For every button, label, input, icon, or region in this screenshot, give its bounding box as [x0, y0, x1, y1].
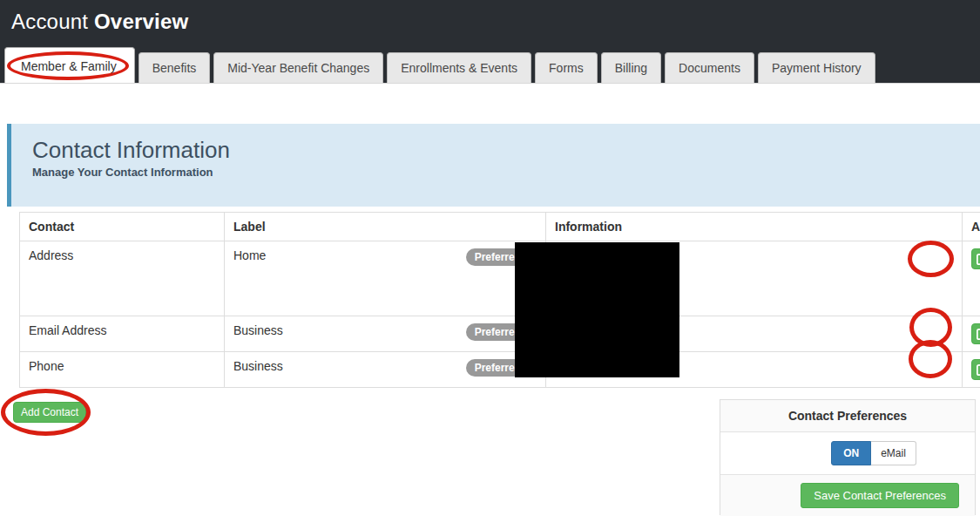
page-title: Account Overview — [11, 10, 188, 34]
page-title-bold: Overview — [94, 10, 188, 33]
table-row-address: Address Home Preferred — [20, 241, 980, 316]
cell-contact-type: Phone — [20, 352, 225, 388]
column-header-label: Label — [225, 213, 546, 241]
tab-member-family[interactable]: Member & Family — [4, 47, 135, 83]
cell-label: Home Preferred — [225, 241, 546, 316]
section-subtitle: Manage Your Contact Information — [32, 166, 980, 179]
save-contact-preferences-button[interactable]: Save Contact Preferences — [801, 483, 959, 508]
toggle-email-button[interactable]: eMail — [871, 441, 916, 465]
contact-preferences-save-row: Save Contact Preferences — [720, 475, 975, 516]
cell-actions — [963, 352, 980, 388]
cell-label: Business Preferred — [225, 352, 546, 388]
tab-billing[interactable]: Billing — [601, 52, 661, 83]
contacts-table: Contact Label Information Actions Addres… — [19, 212, 980, 388]
contact-preferences-panel: Contact Preferences ON eMail Save Contac… — [720, 399, 976, 515]
tab-label: Member & Family — [21, 59, 117, 73]
pencil-square-icon — [977, 363, 980, 376]
tab-mid-year-benefit-changes[interactable]: Mid-Year Benefit Changes — [213, 52, 383, 83]
tab-enrollments-events[interactable]: Enrollments & Events — [387, 52, 531, 83]
email-toggle-group: ON eMail — [831, 441, 916, 465]
tab-benefits[interactable]: Benefits — [139, 52, 211, 83]
column-header-information: Information — [546, 213, 963, 241]
edit-contact-button[interactable] — [971, 248, 980, 269]
label-text: Business — [233, 323, 283, 337]
cell-contact-type: Address — [20, 241, 225, 316]
add-contact-button[interactable]: Add Contact — [13, 402, 86, 423]
tab-label: Enrollments & Events — [401, 61, 517, 75]
edit-contact-button[interactable] — [971, 323, 980, 344]
contact-preferences-toggle-row: ON eMail — [720, 432, 975, 475]
account-overview-page: Account Overview Member & Family Benefit… — [0, 0, 980, 516]
tab-payment-history[interactable]: Payment History — [758, 52, 875, 83]
tab-label: Payment History — [772, 61, 862, 75]
cell-actions — [963, 241, 980, 316]
page-title-regular: Account — [11, 10, 88, 33]
tab-label: Benefits — [152, 61, 197, 75]
tab-label: Mid-Year Benefit Changes — [227, 61, 369, 75]
cell-contact-type: Email Address — [20, 316, 225, 352]
page-header: Account Overview Member & Family Benefit… — [0, 0, 980, 84]
cell-label: Business Preferred — [225, 316, 546, 352]
tab-documents[interactable]: Documents — [665, 52, 754, 83]
tab-label: Forms — [549, 61, 584, 75]
table-header-row: Contact Label Information Actions — [20, 213, 980, 241]
redacted-information-block — [515, 242, 679, 377]
table-row-email: Email Address Business Preferred — [20, 316, 980, 352]
tab-label: Documents — [679, 61, 740, 75]
contact-preferences-title: Contact Preferences — [720, 400, 975, 432]
table-row-phone: Phone Business Preferred — [20, 352, 980, 388]
label-text: Home — [233, 248, 266, 262]
edit-contact-button[interactable] — [971, 359, 980, 380]
tab-bar: Member & Family Benefits Mid-Year Benefi… — [4, 47, 875, 83]
label-text: Business — [233, 359, 283, 373]
column-header-actions: Actions — [963, 213, 980, 241]
cell-actions — [963, 316, 980, 352]
tab-forms[interactable]: Forms — [535, 52, 598, 83]
tab-label: Billing — [615, 61, 647, 75]
contact-information-banner: Contact Information Manage Your Contact … — [7, 124, 980, 207]
section-title: Contact Information — [32, 138, 980, 163]
pencil-square-icon — [977, 328, 980, 340]
toggle-on-button[interactable]: ON — [831, 441, 871, 465]
column-header-contact: Contact — [20, 213, 225, 241]
pencil-square-icon — [977, 253, 980, 265]
